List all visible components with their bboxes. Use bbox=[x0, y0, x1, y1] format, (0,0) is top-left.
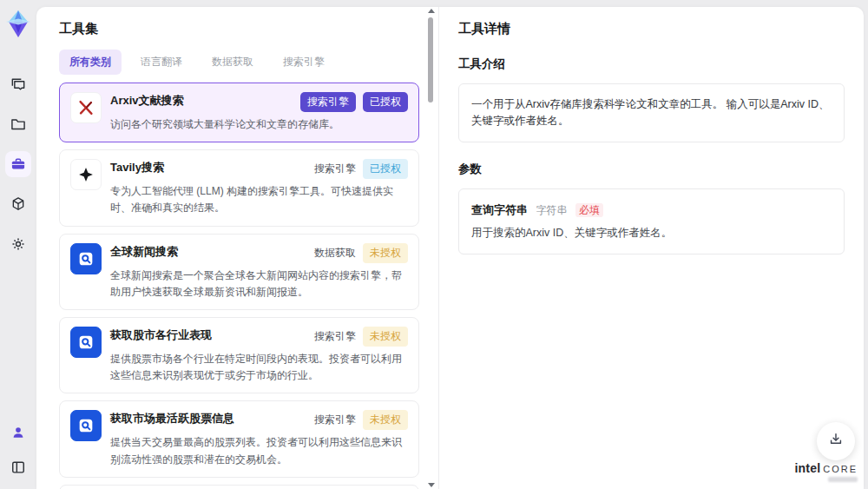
category-tab-3[interactable]: 搜索引擎 bbox=[273, 50, 335, 75]
download-icon bbox=[827, 431, 845, 452]
tool-name: 全球新闻搜索 bbox=[110, 243, 307, 260]
brand-core-text: CORE bbox=[823, 465, 858, 474]
sidebar-item-panel-toggle[interactable] bbox=[5, 454, 31, 480]
category-tab-2[interactable]: 数据获取 bbox=[201, 50, 264, 75]
param-description: 用于搜索的Arxiv ID、关键字或作者姓名。 bbox=[471, 225, 832, 241]
toolbox-icon bbox=[10, 155, 27, 173]
tools-list-panel: 工具集 所有类别语言翻译数据获取搜索引擎 Arxiv文献搜索 搜索引擎 已授权 … bbox=[36, 7, 438, 489]
tool-category-badge: 搜索引擎 bbox=[314, 162, 356, 176]
tool-name: Arxiv文献搜索 bbox=[110, 92, 293, 109]
tool-list-item[interactable]: Arxiv文献搜索 搜索引擎 已授权 访问各个研究领域大量科学论文和文章的存储库… bbox=[59, 83, 419, 142]
panel-toggle-icon bbox=[10, 459, 27, 476]
app-logo[interactable] bbox=[3, 9, 33, 40]
category-tabs: 所有类别语言翻译数据获取搜索引擎 bbox=[59, 50, 419, 75]
tool-name: Tavily搜索 bbox=[110, 159, 307, 175]
param-name: 查询字符串 bbox=[471, 203, 528, 216]
tool-category-badge: 搜索引擎 bbox=[300, 92, 356, 112]
tool-description: 提供当天交易量最高的股票列表。投资者可以利用这些信息来识别流动性强的股票和潜在的… bbox=[110, 434, 408, 467]
tool-status-badge: 未授权 bbox=[363, 327, 408, 347]
tool-description: 专为人工智能代理 (LLM) 构建的搜索引擎工具。可快速提供实时、准确和真实的结… bbox=[110, 183, 408, 216]
tools-scroll-area: Arxiv文献搜索 搜索引擎 已授权 访问各个研究领域大量科学论文和文章的存储库… bbox=[36, 83, 438, 489]
tool-description: 提供股票市场各个行业在特定时间段内的表现。投资者可以利用这些信息来识别表现优于或… bbox=[110, 351, 408, 384]
brand-intel-text: intel bbox=[794, 462, 820, 474]
tool-detail-panel: 工具详情 工具介绍 一个用于从Arxiv存储库搜索科学论文和文章的工具。 输入可… bbox=[438, 7, 864, 489]
sidebar-item-tools[interactable] bbox=[5, 151, 31, 177]
param-type: 字符串 bbox=[536, 204, 567, 216]
settings-gear-icon bbox=[10, 235, 27, 253]
sidebar-item-files[interactable] bbox=[5, 111, 31, 137]
tool-list-item[interactable]: Tavily搜索 搜索引擎 已授权 专为人工智能代理 (LLM) 构建的搜索引擎… bbox=[59, 149, 419, 226]
scrollbar-thumb[interactable] bbox=[428, 17, 433, 102]
param-required-badge: 必填 bbox=[575, 203, 603, 217]
package-icon bbox=[10, 195, 27, 213]
sidebar-item-settings[interactable] bbox=[5, 231, 31, 257]
page-title: 工具集 bbox=[59, 21, 419, 37]
tool-status-badge: 未授权 bbox=[363, 243, 408, 263]
brand-watermark bbox=[828, 477, 858, 482]
blue-search-icon bbox=[70, 243, 102, 274]
scroll-up-icon[interactable] bbox=[428, 9, 435, 13]
tools-list: Arxiv文献搜索 搜索引擎 已授权 访问各个研究领域大量科学论文和文章的存储库… bbox=[59, 83, 419, 489]
tool-category-badge: 数据获取 bbox=[314, 246, 356, 261]
tool-list-item[interactable]: 全球新闻搜索 数据获取 未授权 全球新闻搜索是一个聚合全球各大新闻网站内容的搜索… bbox=[59, 234, 419, 310]
left-sidebar bbox=[0, 0, 36, 489]
tool-list-item[interactable]: 万维地区新闻查询 搜索引擎 未授权 查询具体行政区划内的新闻，快速了解各地新闻动 bbox=[59, 485, 419, 489]
list-scrollbar[interactable] bbox=[427, 9, 434, 487]
download-button[interactable] bbox=[817, 422, 855, 460]
tool-list-item[interactable]: 获取市场最活跃股票信息 搜索引擎 未授权 提供当天交易量最高的股票列表。投资者可… bbox=[59, 400, 419, 477]
arxiv-icon bbox=[70, 92, 102, 123]
tool-list-item[interactable]: 获取股市各行业表现 搜索引擎 未授权 提供股票市场各个行业在特定时间段内的表现。… bbox=[59, 317, 419, 393]
tool-category-badge: 搜索引擎 bbox=[314, 413, 356, 427]
scroll-down-icon[interactable] bbox=[428, 483, 435, 487]
intro-box: 一个用于从Arxiv存储库搜索科学论文和文章的工具。 输入可以是Arxiv ID… bbox=[458, 83, 845, 142]
sidebar-item-account[interactable] bbox=[5, 420, 31, 446]
sidebar-item-packages[interactable] bbox=[5, 191, 31, 217]
tool-status-badge: 未授权 bbox=[363, 410, 408, 430]
params-heading: 参数 bbox=[458, 162, 845, 177]
tavily-star-icon bbox=[70, 159, 102, 190]
blue-search-icon bbox=[70, 410, 102, 441]
chat-icon bbox=[10, 76, 27, 93]
tool-name: 获取股市各行业表现 bbox=[110, 327, 307, 343]
detail-title: 工具详情 bbox=[458, 21, 845, 37]
tool-description: 全球新闻搜索是一个聚合全球各大新闻网站内容的搜索引擎，帮助用户快速获取全球最新资… bbox=[110, 268, 408, 301]
sidebar-item-chat[interactable] bbox=[5, 71, 31, 97]
category-tab-0[interactable]: 所有类别 bbox=[59, 50, 122, 75]
folder-icon bbox=[10, 116, 27, 133]
user-icon bbox=[10, 424, 27, 441]
category-tab-1[interactable]: 语言翻译 bbox=[130, 50, 193, 75]
tool-status-badge: 已授权 bbox=[363, 92, 408, 112]
blue-search-icon bbox=[70, 327, 102, 358]
main-content: 工具集 所有类别语言翻译数据获取搜索引擎 Arxiv文献搜索 搜索引擎 已授权 … bbox=[36, 7, 864, 489]
tool-description: 访问各个研究领域大量科学论文和文章的存储库。 bbox=[110, 116, 408, 133]
intel-core-logo: intel CORE bbox=[794, 462, 858, 482]
param-box: 查询字符串 字符串 必填 用于搜索的Arxiv ID、关键字或作者姓名。 bbox=[458, 188, 845, 255]
intro-heading: 工具介绍 bbox=[458, 56, 845, 72]
tool-status-badge: 已授权 bbox=[363, 159, 408, 179]
intro-text: 一个用于从Arxiv存储库搜索科学论文和文章的工具。 输入可以是Arxiv ID… bbox=[471, 98, 830, 127]
tool-category-badge: 搜索引擎 bbox=[314, 329, 356, 344]
tool-name: 获取市场最活跃股票信息 bbox=[110, 410, 307, 426]
